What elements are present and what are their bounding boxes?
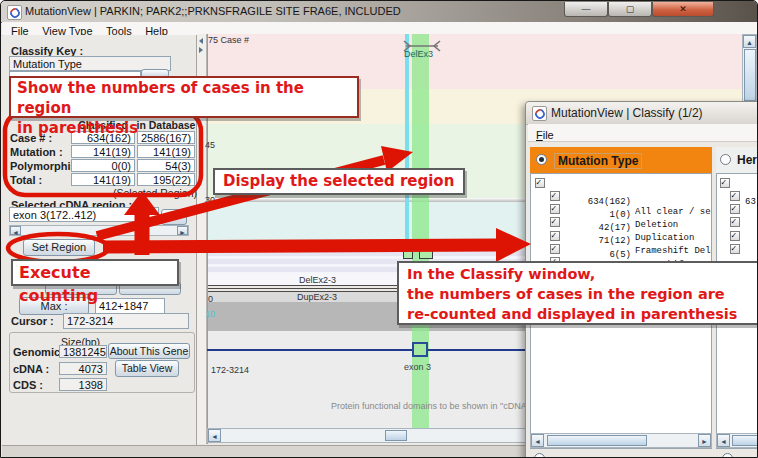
cdna-label: cDNA : [13, 363, 49, 375]
dupex23-track-label: DupEx2-3 [297, 292, 337, 302]
close-button[interactable]: ✕ [652, 2, 714, 17]
maximize-button[interactable]: ▢ [608, 2, 652, 17]
stats-mutation-db: 141(19) [137, 145, 195, 158]
classify-scrollbar-2[interactable]: ◄ [716, 433, 758, 448]
expand-region-button[interactable]: >> [161, 209, 187, 225]
cursor-field: 172-3214 [63, 313, 189, 329]
cursor-label: Cursor : [11, 315, 54, 327]
delex23-track-label: DelEx2-3 [299, 275, 336, 285]
axis-label-45: 45 [205, 140, 215, 150]
region-scrollbar[interactable]: ◄ ► [9, 225, 189, 236]
checkbox[interactable] [730, 231, 740, 241]
axis-label-0: 0 [208, 294, 213, 304]
exon3-box[interactable] [412, 342, 428, 357]
cdna-field: 4073 [59, 362, 107, 375]
axis-label-75: 75 Case # [208, 35, 249, 45]
tree-row[interactable]: 634(162) All clear / select [531, 177, 712, 190]
stats-total-classified: 141(19) [71, 173, 135, 186]
selected-region-footnote: (Selected Region) [79, 187, 197, 199]
axis-label-30: 30 [205, 195, 215, 205]
tree-row[interactable]: 71(12) Frameshift Dele [531, 216, 712, 229]
genomic-field: 1381245 [59, 345, 107, 358]
range-label: 172-3214 [211, 365, 249, 375]
annotation-line: in parenthesis [17, 118, 351, 138]
checkbox[interactable] [730, 191, 740, 201]
scroll-left-icon[interactable]: ◄ [208, 429, 221, 442]
checkbox[interactable] [550, 231, 560, 241]
partial-radio[interactable] [722, 453, 733, 458]
stats-polymorphism-classified: 0(0) [71, 159, 135, 172]
stats-polymorphism-db: 54(3) [137, 159, 195, 172]
tree-row[interactable]: 1(0) Deletion [531, 190, 712, 203]
window-title: MutationView | PARKIN; PARK2;;PRKNSFRAGI… [25, 5, 401, 17]
classify-menu-file[interactable]: File [536, 129, 554, 141]
cds-label: CDS : [13, 379, 43, 391]
annotation-line: In the Classify window, [407, 264, 749, 284]
tree-row[interactable]: 42(17) Duplication [531, 203, 712, 216]
annotation-execute-counting: Execute counting [11, 259, 179, 286]
tree-row[interactable]: 6(5) Frameshift Inse [531, 230, 712, 243]
mutationview-window: MutationView | PARKIN; PARK2;;PRKNSFRAGI… [0, 0, 758, 458]
collapse-right-icon[interactable] [199, 47, 203, 53]
classify-scrollbar[interactable]: ◄ ► [530, 433, 712, 448]
scroll-right-icon[interactable]: ► [698, 434, 711, 447]
stats-row-label: Mutation : [10, 146, 63, 158]
exon-marker-box [403, 250, 413, 259]
checkbox[interactable] [720, 178, 730, 188]
cds-field: 1398 [59, 378, 107, 391]
mutation-type-radio[interactable] [536, 154, 547, 165]
table-view-button[interactable]: Table View [115, 360, 179, 377]
java-app-icon [532, 106, 547, 121]
mutation-type-label: Mutation Type [554, 153, 642, 169]
delex3-marker-label: DelEx3 [404, 49, 433, 59]
scroll-left-icon[interactable]: ◄ [10, 226, 21, 235]
checkbox[interactable] [550, 244, 560, 254]
set-region-button[interactable]: Set Region [23, 239, 95, 256]
exon-marker-box [419, 250, 433, 259]
hereditary-label: Here [737, 153, 758, 167]
scrollbar-thumb[interactable] [385, 430, 407, 441]
axis-label-10: 10 [205, 309, 215, 319]
annotation-line: the numbers of cases in the region are [407, 284, 749, 304]
scroll-left-icon[interactable]: ◄ [531, 434, 544, 447]
max-field[interactable]: 412+1847 [95, 298, 165, 314]
partial-radio[interactable] [534, 453, 545, 458]
checkbox[interactable] [550, 217, 560, 227]
collapse-left-icon[interactable] [199, 38, 203, 44]
about-this-gene-button[interactable]: About This Gene [108, 343, 190, 359]
minimize-button[interactable]: — [564, 2, 608, 17]
mutation-type-header[interactable]: Mutation Type [530, 147, 712, 173]
stats-total-db: 195(22) [137, 173, 195, 186]
tree-row[interactable]: 1(0) Indel [531, 243, 712, 256]
annotation-line: Show the numbers of cases in the region [17, 78, 351, 118]
classify-window-title: MutationView | Classify (1/2) [551, 106, 703, 120]
cursor-line [405, 34, 409, 251]
scroll-up-icon[interactable]: ▲ [743, 35, 756, 48]
checkbox[interactable] [550, 204, 560, 214]
selected-region-field[interactable]: exon 3(172..412) [9, 207, 159, 222]
java-app-icon [7, 5, 22, 20]
scrollbar-thumb[interactable] [547, 435, 647, 446]
classify-menu-bar: File [528, 124, 758, 142]
protein-domain-note: Protein functional domains to be shown i… [331, 401, 530, 411]
checkbox[interactable] [730, 204, 740, 214]
checkbox[interactable] [730, 244, 740, 254]
title-bar: MutationView | PARKIN; PARK2;;PRKNSFRAGI… [1, 1, 758, 23]
classify-title-bar: MutationView | Classify (1/2) [526, 102, 758, 125]
tree-item-count: 63 [745, 197, 756, 207]
scrollbar-thumb[interactable] [732, 435, 758, 446]
stats-row-label: Total : [10, 174, 42, 186]
scrollbar-thumb[interactable] [744, 49, 756, 101]
exon3-label: exon 3 [404, 362, 431, 372]
checkbox[interactable] [730, 217, 740, 227]
scroll-left-icon[interactable]: ◄ [717, 434, 730, 447]
annotation-classify-note: In the Classify window, the numbers of c… [397, 261, 758, 325]
checkbox[interactable] [535, 178, 545, 188]
hereditary-radio[interactable] [720, 154, 731, 165]
tree-row[interactable]: 63 [717, 177, 758, 190]
hereditary-header[interactable]: Here [716, 147, 758, 173]
checkbox[interactable] [550, 191, 560, 201]
annotation-line: re-counted and displayed in parenthesis [407, 304, 749, 324]
scroll-right-icon[interactable]: ► [177, 226, 188, 235]
annotation-display-region: Display the selected region [213, 168, 465, 195]
